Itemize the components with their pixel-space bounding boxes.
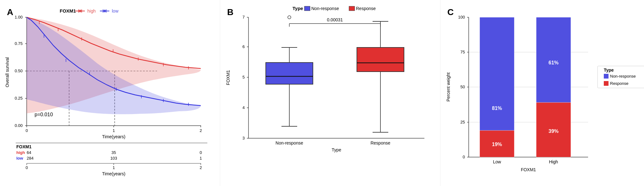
- b-pvalue-text: 0.00031: [327, 17, 343, 22]
- table-high-val2: 0: [199, 150, 202, 155]
- table-x-axis-label: Time(years): [102, 171, 125, 176]
- table-x-label-0: 0: [25, 165, 28, 170]
- c-low-nonresponse-bar: [480, 17, 514, 130]
- table-low-label: low: [16, 156, 24, 161]
- b-response-box: [357, 47, 404, 72]
- table-low-val0: 284: [27, 156, 34, 161]
- legend-foxm1-title: FOXM1: [60, 8, 76, 14]
- y-label-25: 0.25: [15, 96, 23, 101]
- b-y-label-3: 3: [243, 136, 245, 140]
- c-y-axis-label: Percent weight: [446, 73, 451, 102]
- b-x-label-nonresponse: Non-response: [276, 140, 303, 145]
- b-nonresponse-box: [266, 63, 313, 84]
- b-x-axis-label: Type: [332, 147, 341, 152]
- panel-c-svg: C 0 25 50 75 100 Percent weight 81%: [444, 3, 644, 186]
- c-high-response-pct: 39%: [548, 129, 559, 134]
- b-y-label-6: 6: [243, 44, 245, 49]
- c-low-nonresponse-pct: 81%: [492, 106, 502, 111]
- table-low-val2: 1: [199, 156, 202, 161]
- c-x-label-high: High: [549, 159, 558, 164]
- c-y-label-100: 100: [458, 15, 465, 19]
- b-legend-type: Type: [292, 6, 303, 11]
- panel-b-label: B: [227, 7, 233, 17]
- table-low-val1: 103: [110, 156, 117, 161]
- panel-a-svg: A FOXM1 high low 0.00 0.25 0.50 0.75: [3, 3, 217, 183]
- c-legend-response-box: [604, 81, 609, 86]
- b-nonresponse-outlier: [288, 16, 291, 19]
- panel-c-label: C: [447, 7, 454, 17]
- y-label-50: 0.50: [15, 68, 23, 73]
- c-legend-nonresponse-box: [604, 74, 609, 79]
- panel-a: A FOXM1 high low 0.00 0.25 0.50 0.75: [0, 0, 220, 186]
- y-label-0: 0.00: [15, 123, 23, 128]
- table-high-val1: 35: [112, 150, 116, 155]
- x-axis-label: Time(years): [102, 134, 125, 139]
- b-legend-nonresponse-text: Non-response: [311, 6, 339, 11]
- y-label-75: 0.75: [15, 41, 23, 46]
- b-y-axis-label: FOXM1: [226, 70, 231, 85]
- panel-b: B Type Non-response Response 3 4 5 6 7 F…: [220, 0, 440, 186]
- c-y-label-0: 0: [463, 155, 465, 159]
- x-label-0: 0: [25, 128, 28, 133]
- x-label-2: 2: [199, 128, 202, 133]
- b-y-label-5: 5: [243, 75, 245, 79]
- table-x-label-2: 2: [199, 165, 202, 170]
- b-y-label-7: 7: [243, 15, 245, 19]
- c-y-label-75: 75: [461, 50, 465, 54]
- b-legend-response-text: Response: [356, 6, 376, 11]
- c-legend-response-label: Response: [610, 81, 629, 86]
- table-foxm1-label: FOXM1: [16, 144, 31, 149]
- y-axis-label: Overall survival: [5, 57, 10, 87]
- c-legend-title: Type: [604, 68, 614, 73]
- c-x-label-low: Low: [493, 159, 501, 164]
- c-legend-nonresponse-label: Non-response: [610, 74, 636, 79]
- c-y-label-50: 50: [461, 85, 465, 89]
- b-x-label-response: Response: [370, 140, 390, 145]
- legend-high-text: high: [87, 8, 96, 14]
- y-label-100: 1.00: [15, 15, 23, 19]
- table-high-val0: 64: [27, 150, 31, 155]
- b-legend-nonresponse-box: [304, 6, 310, 11]
- legend-low-text: low: [112, 8, 119, 14]
- c-x-axis-label: FOXM1: [521, 167, 536, 172]
- x-label-1: 1: [112, 128, 115, 133]
- c-high-nonresponse-pct: 61%: [548, 60, 559, 65]
- legend-low-dot: [103, 10, 106, 12]
- b-legend-response-box: [349, 6, 355, 11]
- table-x-label-1: 1: [112, 165, 115, 170]
- panel-b-svg: B Type Non-response Response 3 4 5 6 7 F…: [223, 3, 437, 186]
- panel-a-label: A: [7, 7, 13, 17]
- panel-c: C 0 25 50 75 100 Percent weight 81%: [440, 0, 644, 186]
- pvalue-text: p=0.010: [35, 112, 53, 117]
- legend-high-dot: [79, 10, 81, 12]
- c-y-label-25: 25: [461, 120, 465, 124]
- b-y-label-4: 4: [243, 105, 245, 110]
- c-low-response-pct: 19%: [492, 142, 502, 147]
- table-high-label: high: [16, 150, 25, 155]
